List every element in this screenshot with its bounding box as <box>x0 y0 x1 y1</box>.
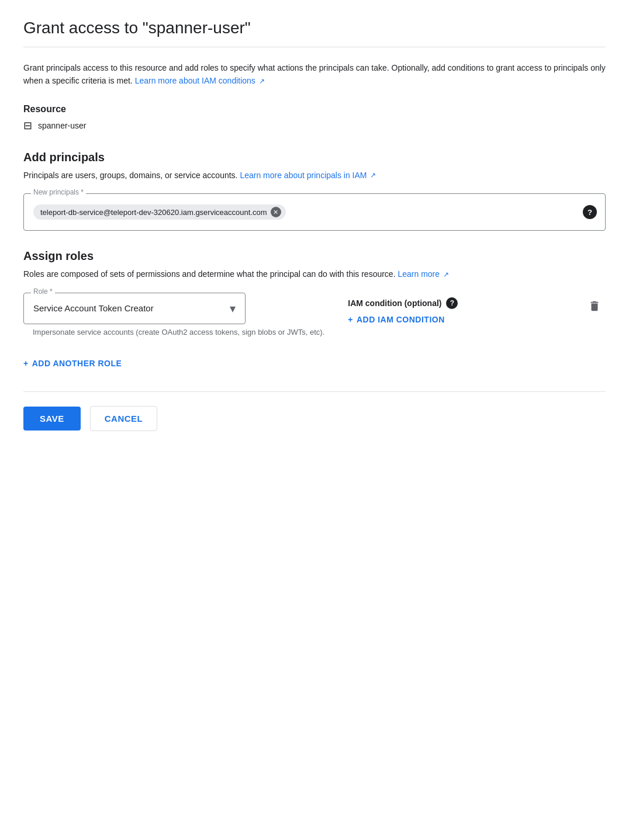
role-field[interactable]: Role * Service Account Token Creator ▾ <box>23 293 246 324</box>
external-link-icon-roles: ↗ <box>443 269 449 280</box>
resource-item: ⊟ spanner-user <box>23 119 606 132</box>
page-description: Grant principals access to this resource… <box>23 61 606 88</box>
new-principals-label: New principals * <box>31 188 86 196</box>
selected-role-value: Service Account Token Creator <box>33 303 154 313</box>
learn-principals-link[interactable]: Learn more about principals in IAM ↗ <box>240 171 376 180</box>
plus-icon-role: + <box>23 359 29 368</box>
add-condition-label: ADD IAM CONDITION <box>357 315 445 324</box>
iam-condition-label: IAM condition (optional) <box>348 298 441 308</box>
learn-more-link[interactable]: Learn more ↗ <box>398 269 448 279</box>
chip-value: teleport-db-service@teleport-dev-320620.… <box>40 208 267 217</box>
new-principals-field[interactable]: New principals * teleport-db-service@tel… <box>23 193 606 231</box>
iam-condition-block: IAM condition (optional) ? + ADD IAM CON… <box>348 293 569 324</box>
resource-label: Resource <box>23 104 606 114</box>
resource-icon: ⊟ <box>23 119 32 132</box>
iam-condition-help-icon[interactable]: ? <box>446 297 458 309</box>
add-principals-title: Add principals <box>23 151 606 164</box>
trash-icon <box>588 300 601 315</box>
add-another-role-button[interactable]: + ADD ANOTHER ROLE <box>23 354 122 373</box>
external-link-icon: ↗ <box>259 76 265 87</box>
resource-name: spanner-user <box>38 121 87 130</box>
section-divider <box>23 391 606 392</box>
add-iam-condition-button[interactable]: + ADD IAM CONDITION <box>348 315 445 324</box>
iam-condition-header: IAM condition (optional) ? <box>348 297 569 309</box>
assign-roles-title: Assign roles <box>23 249 606 263</box>
delete-role-button[interactable] <box>583 295 606 320</box>
role-select-dropdown[interactable]: Service Account Token Creator ▾ <box>24 293 245 324</box>
assign-roles-section: Assign roles Roles are composed of sets … <box>23 249 606 373</box>
save-button[interactable]: SAVE <box>23 407 81 431</box>
role-field-label: Role * <box>31 287 55 296</box>
principals-description: Principals are users, groups, domains, o… <box>23 169 606 182</box>
role-row: Role * Service Account Token Creator ▾ I… <box>23 293 606 345</box>
principals-help-icon[interactable]: ? <box>583 205 597 219</box>
plus-icon: + <box>348 315 353 324</box>
page-title: Grant access to "spanner-user" <box>23 19 606 47</box>
add-another-role-label: ADD ANOTHER ROLE <box>32 359 122 368</box>
roles-description: Roles are composed of sets of permission… <box>23 268 606 280</box>
role-description: Impersonate service accounts (create OAu… <box>23 324 334 345</box>
action-buttons: SAVE CANCEL <box>23 406 606 431</box>
dropdown-arrow-icon: ▾ <box>230 301 236 315</box>
resource-section: Resource ⊟ spanner-user <box>23 104 606 132</box>
add-principals-section: Add principals Principals are users, gro… <box>23 151 606 231</box>
chip-close-button[interactable]: ✕ <box>271 207 281 217</box>
external-link-icon-principals: ↗ <box>370 170 376 181</box>
principal-chip: teleport-db-service@teleport-dev-320620.… <box>33 204 286 220</box>
learn-iam-conditions-link[interactable]: Learn more about IAM conditions ↗ <box>135 76 265 85</box>
cancel-button[interactable]: CANCEL <box>90 406 158 431</box>
